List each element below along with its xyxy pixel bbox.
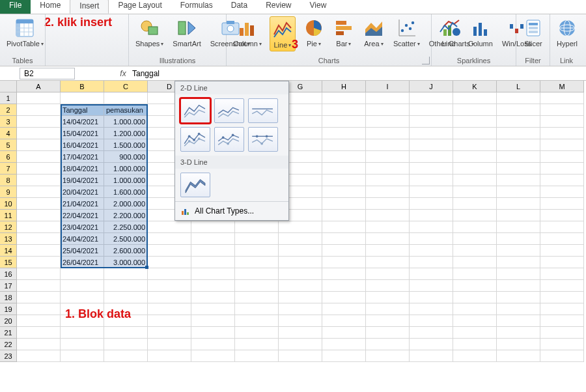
tab-view[interactable]: View: [301, 0, 336, 14]
cell[interactable]: [104, 292, 148, 303]
cell[interactable]: [366, 128, 410, 139]
cell[interactable]: [497, 92, 540, 104]
cell[interactable]: [497, 292, 540, 303]
column-header[interactable]: H: [322, 81, 366, 92]
row-header[interactable]: 12: [0, 221, 17, 233]
cell[interactable]: [497, 151, 540, 163]
cells-area[interactable]: Tanggalpemasukan14/04/20211.000.00015/04…: [17, 92, 584, 362]
cell[interactable]: [17, 186, 61, 198]
cell[interactable]: [17, 175, 61, 186]
cell[interactable]: [17, 268, 61, 280]
cell[interactable]: [61, 350, 104, 362]
row-header[interactable]: 14: [0, 245, 17, 257]
cell[interactable]: 1.000.000: [104, 163, 148, 175]
cell[interactable]: [322, 280, 366, 292]
cell[interactable]: [322, 186, 366, 198]
cell[interactable]: [235, 280, 279, 292]
cell[interactable]: [540, 104, 584, 116]
cell[interactable]: [235, 315, 279, 327]
line-chart-button[interactable]: Line▾: [271, 18, 294, 50]
cell[interactable]: [148, 280, 191, 292]
row-header[interactable]: 17: [0, 280, 17, 292]
cell[interactable]: [453, 245, 497, 257]
cell[interactable]: [279, 339, 322, 350]
cell[interactable]: [322, 128, 366, 139]
cell[interactable]: [540, 339, 584, 350]
cell[interactable]: [104, 327, 148, 339]
row-header[interactable]: 1: [0, 92, 17, 104]
cell[interactable]: [453, 92, 497, 104]
cell[interactable]: 14/04/2021: [61, 116, 104, 128]
cell[interactable]: [366, 245, 410, 257]
row-header[interactable]: 20: [0, 315, 17, 327]
select-all-triangle[interactable]: [0, 81, 17, 92]
cell[interactable]: [279, 257, 322, 268]
cell[interactable]: pemasukan: [104, 104, 148, 116]
column-header[interactable]: A: [17, 81, 61, 92]
column-header[interactable]: J: [410, 81, 453, 92]
cell[interactable]: [322, 151, 366, 163]
sparkline-column-button[interactable]: Column: [467, 16, 494, 49]
cell[interactable]: 3.000.000: [104, 257, 148, 268]
row-header[interactable]: 21: [0, 327, 17, 339]
row-header[interactable]: 11: [0, 210, 17, 221]
line-chart-type-stacked[interactable]: [214, 98, 244, 123]
cell[interactable]: [540, 315, 584, 327]
cell[interactable]: 1.000.000: [104, 116, 148, 128]
cell[interactable]: [497, 280, 540, 292]
cell[interactable]: [235, 292, 279, 303]
cell[interactable]: [279, 292, 322, 303]
cell[interactable]: 2.000.000: [104, 198, 148, 210]
cell[interactable]: [17, 303, 61, 315]
cell[interactable]: [366, 303, 410, 315]
cell[interactable]: [279, 303, 322, 315]
cell[interactable]: [148, 233, 191, 245]
cell[interactable]: [540, 233, 584, 245]
cell[interactable]: [497, 116, 540, 128]
cell[interactable]: [453, 280, 497, 292]
shapes-button[interactable]: Shapes▾: [134, 16, 165, 49]
cell[interactable]: [17, 128, 61, 139]
file-tab[interactable]: File: [0, 0, 31, 14]
cell[interactable]: [366, 210, 410, 221]
row-header[interactable]: 10: [0, 198, 17, 210]
cell[interactable]: [61, 327, 104, 339]
cell[interactable]: [279, 245, 322, 257]
cell[interactable]: [366, 175, 410, 186]
line-chart-type-3d[interactable]: [180, 173, 210, 197]
cell[interactable]: [366, 339, 410, 350]
cell[interactable]: [453, 198, 497, 210]
line-chart-type-markers[interactable]: [180, 127, 210, 152]
cell[interactable]: [104, 280, 148, 292]
row-header[interactable]: 9: [0, 186, 17, 198]
tab-insert[interactable]: Insert: [70, 0, 109, 14]
cell[interactable]: [322, 175, 366, 186]
cell[interactable]: [366, 198, 410, 210]
cell[interactable]: [191, 257, 235, 268]
cell[interactable]: [17, 104, 61, 116]
cell[interactable]: 18/04/2021: [61, 163, 104, 175]
cell[interactable]: [104, 268, 148, 280]
cell[interactable]: 24/04/2021: [61, 233, 104, 245]
cell[interactable]: [322, 104, 366, 116]
cell[interactable]: [410, 257, 453, 268]
row-header[interactable]: 4: [0, 128, 17, 139]
cell[interactable]: [148, 268, 191, 280]
cell[interactable]: [410, 233, 453, 245]
cell[interactable]: [453, 175, 497, 186]
cell[interactable]: [410, 245, 453, 257]
cell[interactable]: [453, 221, 497, 233]
cell[interactable]: [148, 350, 191, 362]
cell[interactable]: [497, 175, 540, 186]
pivottable-button[interactable]: PivotTable▾: [5, 16, 45, 49]
cell[interactable]: 17/04/2021: [61, 151, 104, 163]
cell[interactable]: [279, 221, 322, 233]
cell[interactable]: [61, 339, 104, 350]
row-header[interactable]: 16: [0, 268, 17, 280]
cell[interactable]: [540, 257, 584, 268]
cell[interactable]: [366, 280, 410, 292]
cell[interactable]: 25/04/2021: [61, 245, 104, 257]
cell[interactable]: [366, 327, 410, 339]
cell[interactable]: 21/04/2021: [61, 198, 104, 210]
cell[interactable]: [410, 151, 453, 163]
